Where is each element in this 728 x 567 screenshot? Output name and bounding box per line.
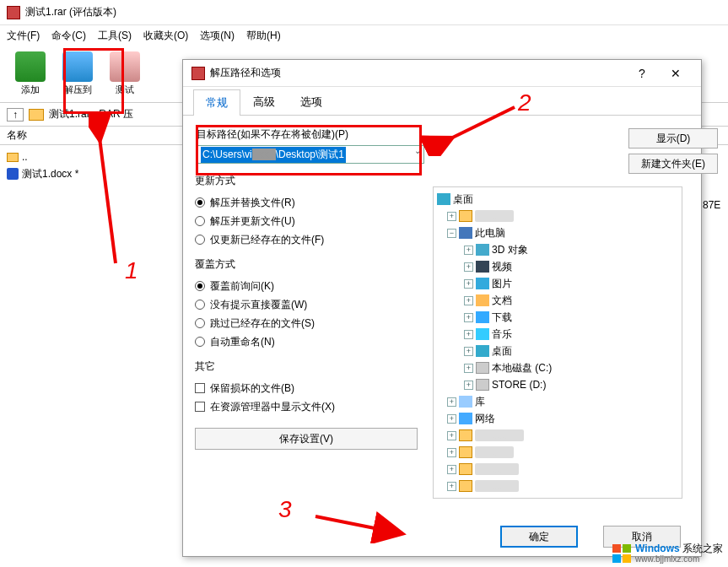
- svg-rect-5: [612, 554, 621, 563]
- check-keep-broken[interactable]: 保留损坏的文件(B): [195, 379, 426, 397]
- menubar: 文件(F) 命令(C) 工具(S) 收藏夹(O) 选项(N) 帮助(H): [0, 25, 728, 46]
- misc-label: 其它: [195, 359, 426, 374]
- dialog-tabs: 常规 高级 选项: [183, 90, 701, 116]
- folder-tree[interactable]: 桌面 +x −此电脑 +3D 对象 +视频 +图片 +文档 +下载 +音乐 +桌…: [433, 186, 682, 499]
- svg-rect-4: [623, 544, 631, 553]
- tab-options[interactable]: 选项: [288, 89, 335, 115]
- annotation-number-1: 1: [125, 257, 138, 284]
- up-button[interactable]: ↑: [7, 108, 24, 122]
- ok-button[interactable]: 确定: [500, 526, 578, 548]
- desktop-icon: [476, 345, 489, 357]
- menu-tools[interactable]: 工具(S): [98, 29, 132, 43]
- network-icon: [459, 413, 472, 424]
- help-button[interactable]: ?: [625, 67, 659, 80]
- expander-icon[interactable]: +: [464, 279, 473, 289]
- desktop-icon: [437, 193, 450, 205]
- check-show-explorer[interactable]: 在资源管理器中显示文件(X): [195, 397, 426, 416]
- folder-icon: [459, 429, 472, 441]
- documents-icon: [476, 294, 489, 306]
- annotation-box-1: [63, 48, 124, 114]
- expander-icon[interactable]: +: [447, 448, 456, 457]
- folder-icon: [459, 463, 472, 475]
- close-button[interactable]: ✕: [659, 67, 693, 80]
- new-folder-button[interactable]: 新建文件夹(E): [628, 154, 718, 174]
- menu-help[interactable]: 帮助(H): [246, 29, 281, 43]
- expander-icon[interactable]: +: [447, 414, 456, 424]
- windows-logo-icon: [612, 543, 632, 564]
- archive-icon: [29, 109, 44, 121]
- radio-rename[interactable]: 自动重命名(N): [195, 332, 426, 351]
- video-icon: [476, 261, 489, 273]
- window-title: 测试1.rar (评估版本): [25, 5, 116, 19]
- expander-icon[interactable]: +: [447, 482, 456, 491]
- expander-icon[interactable]: +: [464, 364, 473, 373]
- menu-options[interactable]: 选项(N): [200, 29, 235, 43]
- annotation-box-2: [196, 125, 422, 176]
- expander-icon[interactable]: −: [447, 229, 456, 238]
- expander-icon[interactable]: +: [464, 313, 473, 322]
- radio-extract-update[interactable]: 解压并更新文件(U): [195, 212, 426, 230]
- col-name[interactable]: 名称: [7, 128, 27, 143]
- add-icon: [15, 51, 46, 82]
- music-icon: [476, 328, 489, 340]
- disk-icon: [476, 379, 489, 391]
- tab-general[interactable]: 常规: [193, 89, 240, 116]
- menu-commands[interactable]: 命令(C): [51, 29, 86, 43]
- library-icon: [459, 396, 472, 408]
- folder-icon: [459, 210, 472, 222]
- expander-icon[interactable]: +: [464, 246, 473, 255]
- expander-icon[interactable]: +: [447, 397, 456, 407]
- svg-rect-3: [612, 544, 621, 553]
- expander-icon[interactable]: +: [464, 296, 473, 305]
- radio-ask[interactable]: 覆盖前询问(K): [195, 277, 426, 295]
- add-label: 添加: [21, 84, 40, 96]
- expander-icon[interactable]: +: [447, 465, 456, 474]
- disk-icon: [476, 362, 489, 374]
- radio-overwrite[interactable]: 没有提示直接覆盖(W): [195, 295, 426, 314]
- add-button[interactable]: 添加: [7, 48, 54, 100]
- folder-icon: [459, 480, 472, 492]
- expander-icon[interactable]: +: [447, 212, 456, 221]
- winrar-icon: [7, 6, 20, 19]
- 3d-icon: [476, 244, 489, 256]
- file-name: 测试1.docx *: [22, 167, 78, 181]
- expander-icon[interactable]: +: [464, 262, 473, 272]
- radio-skip[interactable]: 跳过已经存在的文件(S): [195, 314, 426, 332]
- radio-extract-replace[interactable]: 解压并替换文件(R): [195, 193, 426, 212]
- tab-advanced[interactable]: 高级: [240, 89, 288, 115]
- expander-icon[interactable]: +: [464, 330, 473, 339]
- expander-icon[interactable]: +: [464, 347, 473, 356]
- dialog-titlebar: 解压路径和选项 ? ✕: [183, 60, 701, 87]
- pc-icon: [459, 227, 472, 239]
- watermark: Windows 系统之家 www.bjjmlxz.com: [612, 543, 723, 564]
- svg-rect-6: [623, 554, 631, 563]
- dialog-title: 解压路径和选项: [210, 66, 625, 80]
- winrar-icon: [191, 67, 205, 80]
- radio-freshen[interactable]: 仅更新已经存在的文件(F): [195, 230, 426, 249]
- updir-icon: [7, 153, 19, 162]
- overwrite-label: 覆盖方式: [195, 257, 426, 272]
- menu-favorites[interactable]: 收藏夹(O): [143, 29, 188, 43]
- docx-icon: [7, 168, 19, 180]
- save-settings-button[interactable]: 保存设置(V): [195, 428, 418, 450]
- expander-icon[interactable]: +: [447, 431, 456, 440]
- update-mode-label: 更新方式: [195, 174, 426, 188]
- menu-file[interactable]: 文件(F): [7, 29, 40, 43]
- display-button[interactable]: 显示(D): [628, 128, 718, 148]
- downloads-icon: [476, 311, 489, 323]
- main-titlebar: 测试1.rar (评估版本): [0, 0, 728, 25]
- pictures-icon: [476, 278, 489, 289]
- updir-label: ..: [22, 151, 28, 163]
- folder-icon: [459, 446, 472, 458]
- expander-icon[interactable]: +: [464, 381, 473, 390]
